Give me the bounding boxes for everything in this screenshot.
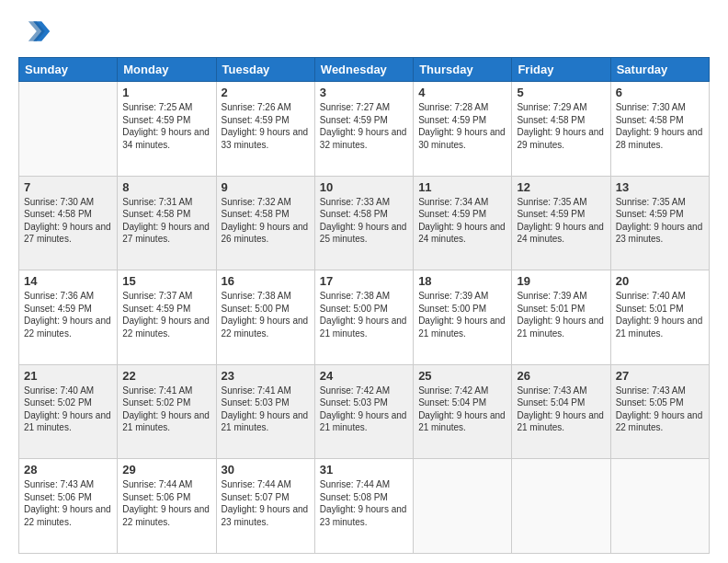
weekday-header: Tuesday (216, 58, 314, 82)
day-number: 26 (517, 369, 605, 383)
day-number: 23 (222, 369, 310, 383)
calendar-cell: 13Sunrise: 7:35 AM Sunset: 4:59 PM Dayli… (610, 176, 709, 270)
calendar-cell: 23Sunrise: 7:41 AM Sunset: 5:03 PM Dayli… (216, 364, 314, 459)
day-info: Sunrise: 7:36 AM Sunset: 4:59 PM Dayligh… (24, 290, 112, 339)
day-number: 2 (222, 86, 310, 99)
calendar-cell: 8Sunrise: 7:31 AM Sunset: 4:58 PM Daylig… (118, 176, 216, 270)
day-info: Sunrise: 7:38 AM Sunset: 5:00 PM Dayligh… (222, 290, 310, 339)
calendar-cell: 7Sunrise: 7:30 AM Sunset: 4:58 PM Daylig… (19, 176, 118, 270)
calendar-cell: 28Sunrise: 7:43 AM Sunset: 5:06 PM Dayli… (19, 459, 118, 554)
day-info: Sunrise: 7:44 AM Sunset: 5:08 PM Dayligh… (320, 478, 408, 528)
day-info: Sunrise: 7:27 AM Sunset: 4:59 PM Dayligh… (320, 101, 408, 151)
calendar-cell: 6Sunrise: 7:30 AM Sunset: 4:58 PM Daylig… (610, 82, 709, 177)
day-number: 11 (418, 180, 506, 194)
calendar-cell: 29Sunrise: 7:44 AM Sunset: 5:06 PM Dayli… (118, 459, 216, 554)
calendar-week-row: 21Sunrise: 7:40 AM Sunset: 5:02 PM Dayli… (19, 364, 710, 459)
day-info: Sunrise: 7:41 AM Sunset: 5:02 PM Dayligh… (122, 385, 210, 434)
day-info: Sunrise: 7:35 AM Sunset: 4:59 PM Dayligh… (517, 196, 605, 246)
calendar-cell: 1Sunrise: 7:25 AM Sunset: 4:59 PM Daylig… (118, 82, 216, 177)
day-number: 18 (418, 274, 506, 288)
day-number: 13 (616, 180, 704, 194)
day-number: 17 (320, 274, 408, 288)
day-number: 5 (517, 86, 605, 99)
day-info: Sunrise: 7:30 AM Sunset: 4:58 PM Dayligh… (24, 196, 112, 246)
calendar-cell: 27Sunrise: 7:43 AM Sunset: 5:05 PM Dayli… (610, 364, 709, 459)
calendar-cell (414, 459, 512, 554)
day-number: 4 (418, 86, 506, 99)
calendar-cell: 20Sunrise: 7:40 AM Sunset: 5:01 PM Dayli… (610, 270, 709, 365)
day-info: Sunrise: 7:34 AM Sunset: 4:59 PM Dayligh… (418, 196, 506, 246)
calendar-cell: 30Sunrise: 7:44 AM Sunset: 5:07 PM Dayli… (216, 459, 314, 554)
header (18, 15, 710, 48)
day-info: Sunrise: 7:33 AM Sunset: 4:58 PM Dayligh… (320, 196, 408, 246)
day-info: Sunrise: 7:35 AM Sunset: 4:59 PM Dayligh… (616, 196, 704, 246)
day-info: Sunrise: 7:31 AM Sunset: 4:58 PM Dayligh… (122, 196, 210, 246)
calendar-cell: 3Sunrise: 7:27 AM Sunset: 4:59 PM Daylig… (314, 82, 413, 177)
day-info: Sunrise: 7:38 AM Sunset: 5:00 PM Dayligh… (320, 290, 408, 339)
calendar-cell: 17Sunrise: 7:38 AM Sunset: 5:00 PM Dayli… (314, 270, 413, 365)
day-number: 28 (24, 463, 112, 477)
day-info: Sunrise: 7:37 AM Sunset: 4:59 PM Dayligh… (122, 290, 210, 339)
calendar-cell: 19Sunrise: 7:39 AM Sunset: 5:01 PM Dayli… (512, 270, 610, 365)
calendar-cell: 12Sunrise: 7:35 AM Sunset: 4:59 PM Dayli… (512, 176, 610, 270)
day-number: 10 (320, 180, 408, 194)
calendar-cell: 16Sunrise: 7:38 AM Sunset: 5:00 PM Dayli… (216, 270, 314, 365)
day-number: 1 (122, 86, 210, 99)
day-number: 8 (122, 180, 210, 194)
day-number: 25 (418, 369, 506, 383)
day-info: Sunrise: 7:30 AM Sunset: 4:58 PM Dayligh… (616, 101, 704, 151)
day-number: 12 (517, 180, 605, 194)
day-info: Sunrise: 7:39 AM Sunset: 5:01 PM Dayligh… (517, 290, 605, 339)
weekday-header-row: SundayMondayTuesdayWednesdayThursdayFrid… (19, 58, 710, 82)
day-info: Sunrise: 7:44 AM Sunset: 5:07 PM Dayligh… (222, 478, 310, 528)
day-info: Sunrise: 7:25 AM Sunset: 4:59 PM Dayligh… (122, 101, 210, 151)
day-number: 30 (222, 463, 310, 477)
page: SundayMondayTuesdayWednesdayThursdayFrid… (0, 0, 728, 563)
day-number: 14 (24, 274, 112, 288)
calendar-cell: 14Sunrise: 7:36 AM Sunset: 4:59 PM Dayli… (19, 270, 118, 365)
calendar-cell: 24Sunrise: 7:42 AM Sunset: 5:03 PM Dayli… (314, 364, 413, 459)
day-info: Sunrise: 7:42 AM Sunset: 5:03 PM Dayligh… (320, 385, 408, 434)
day-info: Sunrise: 7:42 AM Sunset: 5:04 PM Dayligh… (418, 385, 506, 434)
calendar-cell: 25Sunrise: 7:42 AM Sunset: 5:04 PM Dayli… (414, 364, 512, 459)
day-info: Sunrise: 7:28 AM Sunset: 4:59 PM Dayligh… (418, 101, 506, 151)
calendar-cell: 26Sunrise: 7:43 AM Sunset: 5:04 PM Dayli… (512, 364, 610, 459)
day-number: 3 (320, 86, 408, 99)
weekday-header: Thursday (414, 58, 512, 82)
day-number: 7 (24, 180, 112, 194)
day-number: 24 (320, 369, 408, 383)
calendar-cell: 31Sunrise: 7:44 AM Sunset: 5:08 PM Dayli… (314, 459, 413, 554)
calendar-cell: 10Sunrise: 7:33 AM Sunset: 4:58 PM Dayli… (314, 176, 413, 270)
calendar-cell: 5Sunrise: 7:29 AM Sunset: 4:58 PM Daylig… (512, 82, 610, 177)
calendar: SundayMondayTuesdayWednesdayThursdayFrid… (18, 57, 710, 554)
calendar-cell: 21Sunrise: 7:40 AM Sunset: 5:02 PM Dayli… (19, 364, 118, 459)
day-number: 27 (616, 369, 704, 383)
day-number: 20 (616, 274, 704, 288)
day-info: Sunrise: 7:43 AM Sunset: 5:06 PM Dayligh… (24, 478, 112, 528)
day-number: 22 (122, 369, 210, 383)
calendar-cell: 9Sunrise: 7:32 AM Sunset: 4:58 PM Daylig… (216, 176, 314, 270)
calendar-week-row: 28Sunrise: 7:43 AM Sunset: 5:06 PM Dayli… (19, 459, 710, 554)
day-info: Sunrise: 7:29 AM Sunset: 4:58 PM Dayligh… (517, 101, 605, 151)
day-number: 16 (222, 274, 310, 288)
day-info: Sunrise: 7:43 AM Sunset: 5:04 PM Dayligh… (517, 385, 605, 434)
day-info: Sunrise: 7:32 AM Sunset: 4:58 PM Dayligh… (222, 196, 310, 246)
logo-icon (18, 15, 51, 48)
day-info: Sunrise: 7:40 AM Sunset: 5:01 PM Dayligh… (616, 290, 704, 339)
calendar-cell: 18Sunrise: 7:39 AM Sunset: 5:00 PM Dayli… (414, 270, 512, 365)
day-info: Sunrise: 7:44 AM Sunset: 5:06 PM Dayligh… (122, 478, 210, 528)
day-info: Sunrise: 7:43 AM Sunset: 5:05 PM Dayligh… (616, 385, 704, 434)
calendar-cell: 4Sunrise: 7:28 AM Sunset: 4:59 PM Daylig… (414, 82, 512, 177)
calendar-week-row: 14Sunrise: 7:36 AM Sunset: 4:59 PM Dayli… (19, 270, 710, 365)
calendar-cell: 2Sunrise: 7:26 AM Sunset: 4:59 PM Daylig… (216, 82, 314, 177)
weekday-header: Monday (118, 58, 216, 82)
calendar-week-row: 1Sunrise: 7:25 AM Sunset: 4:59 PM Daylig… (19, 82, 710, 177)
day-number: 31 (320, 463, 408, 477)
day-number: 29 (122, 463, 210, 477)
calendar-cell (610, 459, 709, 554)
calendar-cell: 11Sunrise: 7:34 AM Sunset: 4:59 PM Dayli… (414, 176, 512, 270)
weekday-header: Friday (512, 58, 610, 82)
day-number: 9 (222, 180, 310, 194)
calendar-week-row: 7Sunrise: 7:30 AM Sunset: 4:58 PM Daylig… (19, 176, 710, 270)
calendar-cell: 22Sunrise: 7:41 AM Sunset: 5:02 PM Dayli… (118, 364, 216, 459)
